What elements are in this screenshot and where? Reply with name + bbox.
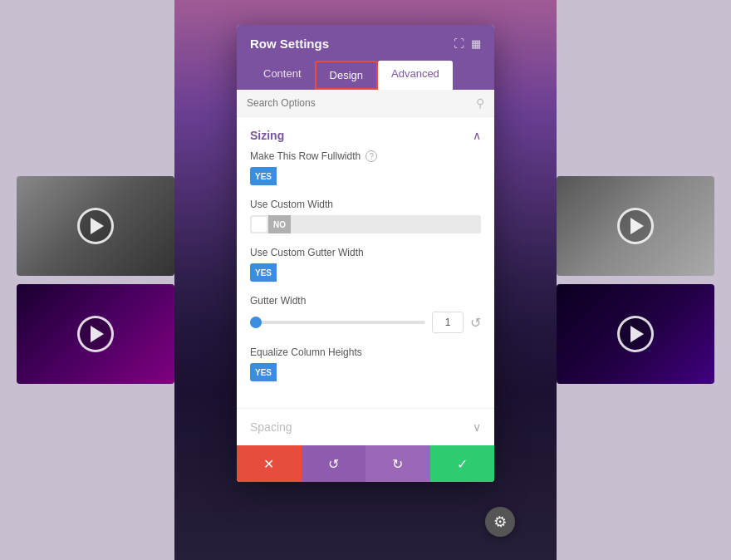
- save-button[interactable]: ✓: [430, 445, 495, 482]
- fullwidth-thumb: [278, 169, 293, 184]
- gutter-width-slider[interactable]: [250, 321, 425, 324]
- search-icon: ⚲: [476, 96, 484, 110]
- cancel-button[interactable]: ✕: [237, 445, 302, 482]
- modal-overlay: Row Settings ⛶ ▦ Content Design Advanced: [0, 0, 731, 560]
- spacing-section-header[interactable]: Spacing ∨: [237, 409, 494, 445]
- spacing-section: Spacing ∨: [237, 408, 494, 445]
- tab-advanced[interactable]: Advanced: [378, 61, 453, 90]
- equalize-thumb: [278, 365, 293, 380]
- tab-design[interactable]: Design: [315, 61, 378, 90]
- custom-gutter-yes: YES: [250, 263, 277, 282]
- search-bar: ⚲: [237, 90, 494, 117]
- spacing-chevron-icon: ∨: [473, 420, 481, 434]
- panel-title-icons: ⛶ ▦: [454, 37, 481, 50]
- fab-button[interactable]: ⚙: [485, 507, 515, 537]
- gutter-slider-row: 1 ↺: [250, 312, 481, 333]
- fullwidth-help-icon[interactable]: ?: [366, 150, 377, 162]
- fullwidth-setting: Make This Row Fullwidth ? YES: [250, 150, 481, 185]
- redo-button[interactable]: ↻: [366, 445, 430, 482]
- custom-width-label: Use Custom Width: [250, 199, 481, 210]
- fullwidth-yes: YES: [250, 167, 277, 185]
- sizing-chevron-icon: ∧: [473, 129, 481, 142]
- custom-width-toggle[interactable]: NO: [250, 215, 481, 233]
- sizing-section-content: Make This Row Fullwidth ? YES Use Custom…: [237, 150, 494, 408]
- custom-gutter-thumb: [278, 265, 293, 280]
- fullwidth-toggle[interactable]: YES: [250, 167, 481, 185]
- spacing-section-title: Spacing: [250, 420, 292, 434]
- settings-panel: Row Settings ⛶ ▦ Content Design Advanced: [237, 25, 494, 482]
- custom-gutter-toggle[interactable]: YES: [250, 263, 481, 282]
- equalize-setting: Equalize Column Heights YES: [250, 346, 481, 381]
- bottom-toolbar: ✕ ↺ ↻ ✓: [237, 445, 494, 482]
- undo-button[interactable]: ↺: [302, 445, 366, 482]
- search-input[interactable]: [247, 97, 476, 109]
- equalize-label: Equalize Column Heights: [250, 346, 481, 358]
- panel-title-row: Row Settings ⛶ ▦: [250, 37, 481, 51]
- fullwidth-label: Make This Row Fullwidth ?: [250, 150, 481, 162]
- custom-gutter-label: Use Custom Gutter Width: [250, 247, 481, 258]
- custom-width-setting: Use Custom Width NO: [250, 199, 481, 233]
- gutter-width-setting: Gutter Width 1 ↺: [250, 295, 481, 333]
- columns-icon[interactable]: ▦: [471, 37, 481, 50]
- gutter-reset-icon[interactable]: ↺: [470, 315, 481, 331]
- fab-icon: ⚙: [489, 511, 512, 533]
- custom-gutter-setting: Use Custom Gutter Width YES: [250, 247, 481, 282]
- equalize-yes: YES: [250, 363, 277, 381]
- equalize-toggle[interactable]: YES: [250, 363, 481, 381]
- panel-header: Row Settings ⛶ ▦ Content Design Advanced: [237, 25, 494, 90]
- panel-body: Sizing ∧ Make This Row Fullwidth ? YES: [237, 117, 494, 445]
- panel-title: Row Settings: [250, 37, 329, 51]
- fullscreen-icon[interactable]: ⛶: [454, 37, 464, 50]
- tab-content[interactable]: Content: [250, 61, 315, 90]
- tabs: Content Design Advanced: [250, 61, 481, 90]
- gutter-width-value: 1: [432, 312, 464, 333]
- custom-width-thumb: [252, 217, 267, 232]
- sizing-section-header[interactable]: Sizing ∧: [237, 117, 494, 150]
- custom-width-no: NO: [268, 215, 291, 233]
- sizing-section: Sizing ∧ Make This Row Fullwidth ? YES: [237, 117, 494, 408]
- gutter-width-label: Gutter Width: [250, 295, 481, 307]
- sizing-section-title: Sizing: [250, 129, 284, 142]
